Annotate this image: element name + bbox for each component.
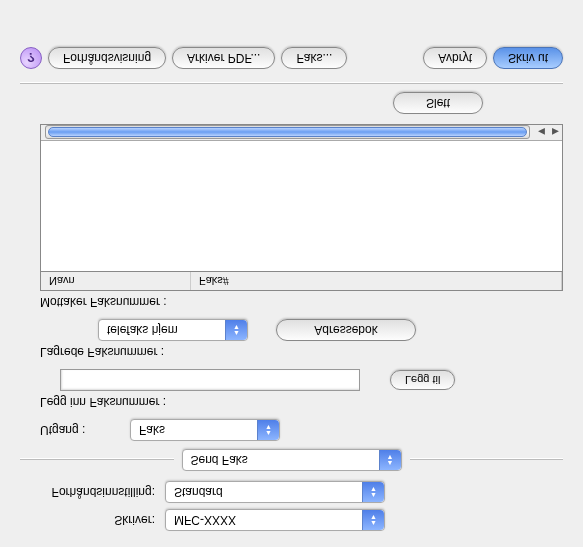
- updown-icon: ▲▼: [362, 482, 384, 502]
- divider: [20, 460, 174, 461]
- address-book-button[interactable]: Adressebok: [276, 319, 416, 341]
- cancel-button[interactable]: Avbryt: [423, 47, 487, 69]
- output-select[interactable]: Faks ▲▼: [130, 419, 280, 441]
- recipients-table: Navn Faks# ◀ ▶: [40, 124, 563, 291]
- preset-label: Forhåndsinnstilling:: [20, 485, 165, 499]
- divider: [410, 460, 564, 461]
- section-select-value: Send Faks: [183, 450, 401, 470]
- scroll-right-icon[interactable]: ▶: [548, 128, 562, 138]
- preset-select-value: Standard: [166, 482, 384, 502]
- scrollbar-thumb[interactable]: [48, 128, 527, 138]
- save-pdf-button[interactable]: Arkiver PDF...: [172, 47, 275, 69]
- recipients-label: Mottaker Faksnummer :: [40, 295, 563, 309]
- saved-fax-select[interactable]: telefaks hjem ▲▼: [98, 319, 248, 341]
- preset-select[interactable]: Standard ▲▼: [165, 481, 385, 503]
- fax-button[interactable]: Faks...: [281, 47, 347, 69]
- help-button[interactable]: ?: [20, 47, 42, 69]
- preview-button[interactable]: Forhåndsvisning: [48, 47, 166, 69]
- updown-icon: ▲▼: [225, 320, 247, 340]
- divider: [20, 83, 563, 84]
- updown-icon: ▲▼: [362, 510, 384, 530]
- section-select[interactable]: Send Faks ▲▼: [182, 449, 402, 471]
- printer-select[interactable]: MFC-XXXX ▲▼: [165, 509, 385, 531]
- delete-button[interactable]: Slett: [393, 92, 483, 114]
- scroll-left-icon[interactable]: ◀: [534, 128, 548, 138]
- printer-label: Skriver:: [20, 513, 165, 527]
- printer-select-value: MFC-XXXX: [166, 510, 384, 530]
- input-fax-label: Legg inn Faksnummer :: [40, 395, 563, 409]
- output-label: Utgang :: [40, 423, 130, 437]
- add-button[interactable]: Legg til: [390, 370, 455, 390]
- column-header-name[interactable]: Navn: [41, 272, 191, 290]
- updown-icon: ▲▼: [379, 450, 401, 470]
- updown-icon: ▲▼: [257, 420, 279, 440]
- fax-number-input[interactable]: [60, 369, 360, 391]
- column-header-fax[interactable]: Faks#: [191, 272, 562, 290]
- horizontal-scrollbar[interactable]: [45, 126, 530, 140]
- recipients-table-body[interactable]: [41, 141, 562, 271]
- print-button[interactable]: Skriv ut: [493, 47, 563, 69]
- saved-fax-label: Lagrede Faksnummer :: [40, 345, 563, 359]
